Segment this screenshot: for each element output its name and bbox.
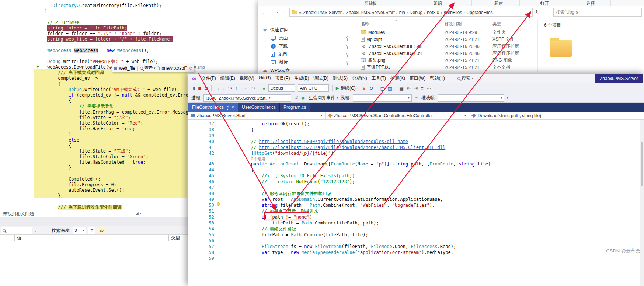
- menu-帮助(H)[interactable]: 帮助(H): [428, 75, 447, 81]
- menu-工具(T)[interactable]: 工具(T): [369, 75, 388, 81]
- tab-Program.cs[interactable]: Program.cs: [280, 103, 310, 112]
- tab-FileController.cs[interactable]: FileController.cs×: [188, 103, 238, 112]
- vs-search[interactable]: 搜索 ▾: [457, 75, 473, 81]
- outdent-icon[interactable]: ⇤: [407, 86, 411, 91]
- back-icon[interactable]: ←: [262, 10, 267, 15]
- menu-调试(D)[interactable]: 调试(D): [311, 75, 331, 81]
- type-column-header[interactable]: 类型: [492, 21, 501, 27]
- menu-文件(F)[interactable]: 文件(F): [199, 75, 218, 81]
- browser-link-icon[interactable]: ●: [262, 86, 265, 91]
- breadcrumb-project[interactable]: Zhaoxi.PMS.Server.Start ▾: [188, 112, 326, 119]
- ribbon-新建[interactable]: 新建: [494, 1, 503, 6]
- search-depth-select[interactable]: 3▾: [73, 227, 86, 234]
- explorer-sidebar[interactable]: ★快速访问桌面↓下载文档图片☁WPS云盘: [258, 26, 356, 74]
- vertical-scrollbar[interactable]: [640, 120, 644, 286]
- server-code-editor[interactable]: 37 return Ok(result);38 }3940 // http://…: [188, 120, 644, 286]
- save-icon[interactable]: ▤: [380, 86, 385, 91]
- breadcrumb-item[interactable]: Zhaoxi.PMS.Server: [302, 10, 343, 15]
- pin-icon[interactable]: [189, 67, 192, 70]
- breadcrumb-method[interactable]: Download(string path, string file): [469, 112, 644, 119]
- menu-测试(S)[interactable]: 测试(S): [331, 75, 350, 81]
- name-column-header[interactable]: [0, 235, 15, 241]
- name-column-header[interactable]: 名称: [361, 21, 369, 27]
- search-input[interactable]: [1, 227, 32, 234]
- menu-窗口(W)[interactable]: 窗口(W): [407, 75, 428, 81]
- magnifier-icon[interactable]: [140, 67, 143, 70]
- file-row[interactable]: vip.xspf2024-04-15 21:21XSPF 文件: [358, 36, 537, 43]
- ribbon-组织[interactable]: 组织: [434, 1, 442, 6]
- next-arrow-icon[interactable]: →: [42, 228, 46, 233]
- lifecycle-label[interactable]: 生命周期事件: [309, 95, 335, 101]
- indent-icon[interactable]: ⇥: [414, 86, 418, 91]
- menu-扩展(X)[interactable]: 扩展(X): [388, 75, 407, 81]
- hot-reload-icon[interactable]: ▲: [362, 86, 366, 91]
- explorer-search-input[interactable]: 搜索"Upgra: [553, 8, 642, 17]
- tab-UserController.cs[interactable]: UserController.cs: [238, 103, 280, 112]
- step-over-icon[interactable]: ↷: [228, 86, 232, 91]
- datatip-view-button[interactable]: 查看: [144, 65, 153, 72]
- client-code[interactable]: Directory.CreateDirectory(file.FilePath)…: [34, 2, 207, 210]
- file-row[interactable]: ⚙Zhaoxi.PMS.Client.IBLL.dll2024-03-16 20…: [358, 43, 537, 50]
- pin-icon[interactable]: [227, 106, 229, 108]
- file-row[interactable]: 箭头.png2024-04-15 21:21PNG 图像: [358, 57, 537, 64]
- step-into-icon[interactable]: ↓: [223, 86, 225, 91]
- sidebar-item-图片[interactable]: 图片: [258, 58, 356, 66]
- history-chevron-icon[interactable]: ▾: [277, 11, 278, 14]
- undo-icon[interactable]: ↶: [244, 86, 248, 91]
- lightbulb-icon[interactable]: [217, 202, 220, 206]
- panel-icons[interactable]: ◢ ▾: [136, 211, 142, 215]
- panel-splitter[interactable]: [0, 217, 188, 226]
- sidebar-item-桌面[interactable]: 桌面: [258, 34, 356, 42]
- chevron-down-icon[interactable]: ▾: [337, 96, 338, 100]
- file-row[interactable]: ⚙Zhaoxi.PMS.Client.IDAL.dll2024-03-16 20…: [358, 50, 537, 57]
- ribbon-选择[interactable]: 选择: [586, 1, 595, 6]
- breadcrumb-item[interactable]: net8.0: [426, 10, 440, 15]
- ribbon-打开[interactable]: 打开: [540, 1, 549, 6]
- restart-app-icon[interactable]: ↻: [369, 86, 373, 91]
- file-list[interactable]: Modules2024-05-14 9:29文件夹vip.xspf2024-04…: [358, 29, 537, 71]
- sidebar-item-快速访问[interactable]: ★快速访问: [258, 26, 356, 34]
- address-bar[interactable]: «Zhaoxi.PMS.Server›Zhaoxi.PMS.Server.Sta…: [289, 8, 533, 17]
- platform-select[interactable]: Any CPU▾: [298, 84, 329, 92]
- stack-frame-select[interactable]: ▾: [438, 94, 504, 102]
- focused-cell[interactable]: [1, 242, 14, 247]
- match-type-toggle[interactable]: ⊤: [88, 227, 95, 234]
- breadcrumb-item[interactable]: WebFiles: [443, 10, 463, 15]
- restart-icon[interactable]: ↻: [204, 86, 208, 91]
- menu-bar[interactable]: 文件(F)编辑(E)视图(V)Git(G)项目(P)生成(B)调试(D)测试(S…: [199, 75, 447, 81]
- process-nav-icon[interactable]: ⇵: [295, 95, 298, 100]
- breadcrumb-item[interactable]: Zhaoxi.PMS.Server.Start: [345, 10, 396, 15]
- menu-分析(N)[interactable]: 分析(N): [350, 75, 369, 81]
- chevron-down-icon[interactable]: ▾: [529, 11, 531, 14]
- solution-name-badge[interactable]: Zhaoxi.PMS.Server: [595, 74, 643, 83]
- date-column-header[interactable]: 修改日期: [445, 21, 462, 27]
- chevron-down-icon[interactable]: ▾: [507, 96, 508, 100]
- breadcrumb-item[interactable]: UpgradeFiles: [465, 10, 494, 15]
- document-tabs[interactable]: FileController.cs×UserController.csProgr…: [188, 103, 644, 112]
- match-text-toggle[interactable]: ab: [98, 227, 105, 234]
- sidebar-item-WPS云盘[interactable]: ☁WPS云盘: [258, 66, 356, 74]
- menu-Git(G)[interactable]: Git(G): [257, 75, 273, 81]
- server-code[interactable]: 37 return Ok(result);38 }3940 // http://…: [188, 120, 644, 261]
- more-icon[interactable]: ⋯: [427, 86, 431, 91]
- value-column-header[interactable]: 值: [15, 235, 169, 241]
- continue-button[interactable]: ▶继续(C)▾: [336, 85, 359, 91]
- breadcrumb-item[interactable]: Debug: [408, 10, 424, 15]
- process-select[interactable]: [1696] Zhaoxi.PMS.Server.Start.▾: [203, 94, 291, 102]
- sidebar-item-下载[interactable]: ↓下载: [258, 42, 356, 50]
- breadcrumb[interactable]: «Zhaoxi.PMS.Server›Zhaoxi.PMS.Server.Sta…: [299, 10, 494, 15]
- up-icon[interactable]: ↑: [282, 10, 285, 15]
- type-column-header[interactable]: 类型: [169, 235, 188, 241]
- scrollbar-thumb[interactable]: [641, 142, 643, 186]
- show-next-statement-icon[interactable]: →: [215, 86, 220, 91]
- refresh-icon[interactable]: ↻: [536, 9, 540, 15]
- configuration-select[interactable]: Debug▾: [268, 84, 295, 92]
- file-row[interactable]: 宣讲PPT.txt2024-04-15 21:21文本文档: [358, 64, 537, 71]
- close-icon[interactable]: ×: [232, 105, 234, 110]
- ribbon-剪贴板[interactable]: 剪贴板: [364, 1, 377, 6]
- window-layout-icon[interactable]: ▣: [399, 86, 404, 91]
- line-menu-icon[interactable]: ≡: [421, 86, 424, 91]
- chevron-down-icon[interactable]: ▾: [154, 66, 156, 70]
- menu-项目(P)[interactable]: 项目(P): [273, 75, 292, 81]
- forward-icon[interactable]: →: [271, 10, 275, 15]
